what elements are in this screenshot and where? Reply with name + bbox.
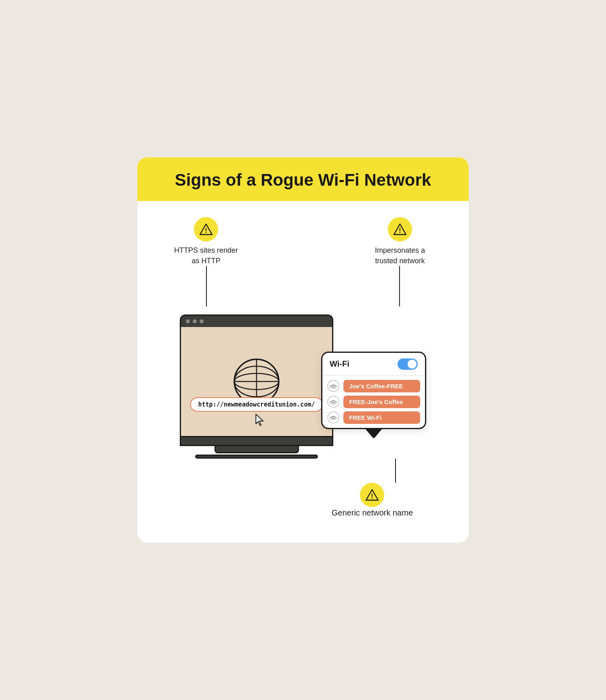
svg-point-10 xyxy=(333,388,334,389)
cursor-icon xyxy=(254,413,265,428)
signal-svg-1 xyxy=(330,383,337,389)
warning-triangle-icon-bottom: ! xyxy=(365,489,379,501)
annotation-https: ! HTTPS sites render as HTTP xyxy=(170,217,242,266)
wifi-network-item: Joe's Coffee-FREE xyxy=(327,380,420,392)
wifi-signal-icon-3 xyxy=(327,411,339,423)
svg-text:!: ! xyxy=(371,493,373,500)
warning-badge-bottom: ! xyxy=(360,483,384,507)
svg-point-11 xyxy=(333,404,334,404)
laptop-titlebar xyxy=(181,316,332,327)
wifi-network-item-3: FREE Wi-Fi xyxy=(327,411,420,424)
wifi-network-name-1: Joe's Coffee-FREE xyxy=(343,380,420,392)
illustrations-area: http://newmeadowcreditunion.com/ Wi xyxy=(137,306,469,459)
panel-notch-outer xyxy=(365,429,382,438)
signal-svg-3 xyxy=(330,415,337,420)
warning-triangle-icon: ! xyxy=(199,223,213,235)
header-banner: Signs of a Rogue Wi-Fi Network xyxy=(137,157,469,201)
laptop-illustration: http://newmeadowcreditunion.com/ xyxy=(180,314,333,459)
warning-triangle-icon-right: ! xyxy=(393,223,407,235)
panel-notch-inner xyxy=(367,438,381,446)
annotation-https-text: HTTPS sites render as HTTP xyxy=(170,245,242,266)
svg-point-12 xyxy=(333,419,334,420)
wifi-signal-icon-2 xyxy=(327,396,339,408)
warning-badge-left: ! xyxy=(194,217,218,241)
signal-svg-2 xyxy=(330,399,337,404)
wifi-network-name-2: FREE-Joe's Coffee xyxy=(343,396,420,408)
url-text: http://newmeadowcreditunion.com/ xyxy=(198,401,315,408)
laptop-foot xyxy=(195,455,318,459)
annotation-impersonates-text: Impersonates a trusted network xyxy=(364,245,436,266)
wifi-network-name-3: FREE Wi-Fi xyxy=(343,411,420,424)
infographic-card: Signs of a Rogue Wi-Fi Network ! HTTPS s… xyxy=(137,157,469,543)
toggle-knob xyxy=(408,360,417,369)
arrow-line-left xyxy=(206,266,207,306)
wifi-panel: Wi-Fi xyxy=(321,352,426,429)
wifi-network-list: Joe's Coffee-FREE FREE-Joe's Coffee xyxy=(322,376,425,428)
svg-text:!: ! xyxy=(205,227,207,234)
wifi-header: Wi-Fi xyxy=(322,353,425,376)
laptop-screen: http://newmeadowcreditunion.com/ xyxy=(180,314,333,437)
laptop-content-area: http://newmeadowcreditunion.com/ xyxy=(181,327,332,436)
wifi-panel-wrapper: Wi-Fi xyxy=(321,352,426,438)
dot-2 xyxy=(193,319,197,323)
dot-1 xyxy=(186,319,190,323)
dot-3 xyxy=(200,319,204,323)
bottom-annotation: ! Generic network name xyxy=(332,483,413,518)
wifi-network-item-2: FREE-Joe's Coffee xyxy=(327,396,420,408)
svg-marker-9 xyxy=(256,414,263,425)
annotation-generic-text: Generic network name xyxy=(332,507,413,518)
wifi-signal-icon-1 xyxy=(327,380,339,392)
url-bar: http://newmeadowcreditunion.com/ xyxy=(190,397,323,412)
svg-text:!: ! xyxy=(399,227,401,234)
wifi-toggle[interactable] xyxy=(398,358,418,370)
warning-badge-right: ! xyxy=(388,217,412,241)
arrow-line-right xyxy=(399,266,400,306)
laptop-base xyxy=(180,437,333,446)
annotation-impersonates: ! Impersonates a trusted network xyxy=(364,217,436,266)
page-title: Signs of a Rogue Wi-Fi Network xyxy=(154,170,452,190)
wifi-label: Wi-Fi xyxy=(330,359,349,369)
bottom-arrow-line xyxy=(395,459,396,483)
laptop-stand xyxy=(215,446,299,453)
